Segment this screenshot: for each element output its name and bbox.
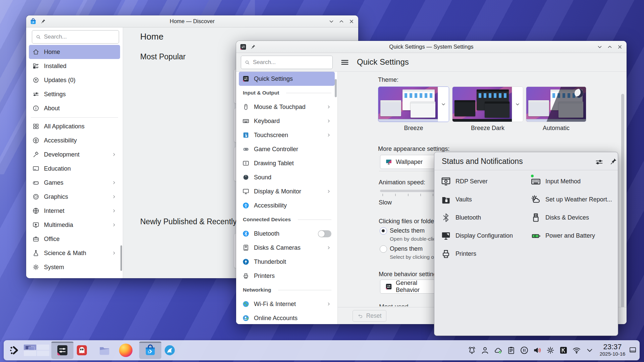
popup-item[interactable]: Vaults	[440, 190, 524, 208]
pause-icon[interactable]	[520, 346, 529, 355]
desktop-1[interactable]	[24, 345, 36, 350]
task-firefox[interactable]	[119, 344, 132, 357]
app-launcher-button[interactable]	[8, 344, 20, 356]
breeze-dark-thumbnail[interactable]	[452, 87, 512, 122]
sidebar-item[interactable]: Printers	[239, 269, 335, 283]
chev-down-icon[interactable]	[585, 346, 594, 355]
task-system-settings[interactable]	[51, 342, 73, 359]
discover-titlebar[interactable]: Home — Discover	[26, 15, 358, 27]
sidebar-item[interactable]: Accessibility	[239, 198, 335, 213]
brightness-icon[interactable]	[546, 346, 555, 355]
show-desktop-button[interactable]	[628, 346, 637, 355]
sidebar-item[interactable]: Internet	[29, 204, 120, 218]
system-settings-titlebar[interactable]: Quick Settings — System Settings	[236, 41, 627, 53]
sidebar-item[interactable]: Science & Math	[29, 246, 120, 260]
reset-button[interactable]: Reset	[353, 310, 386, 322]
opens-them-label[interactable]: Opens them	[390, 245, 423, 252]
sidebar-item[interactable]: System	[29, 260, 120, 274]
bluetooth-toggle[interactable]	[318, 230, 331, 237]
sidebar-item[interactable]: Mouse & Touchpad	[239, 100, 335, 114]
sidebar-item[interactable]: Office	[29, 232, 120, 246]
minimize-button[interactable]	[596, 44, 603, 50]
volume-icon[interactable]	[533, 346, 542, 355]
sidebar-item[interactable]: Thunderbolt	[239, 255, 335, 269]
configure-icon[interactable]	[595, 158, 604, 167]
sidebar-item[interactable]: Sound	[239, 170, 335, 184]
sidebar-item[interactable]: Updates (0)	[29, 73, 120, 87]
sidebar-item[interactable]: Settings	[29, 87, 120, 101]
sidebar-item[interactable]: Disks & Cameras	[239, 241, 335, 255]
popup-item[interactable]: Bluetooth	[440, 208, 524, 227]
sidebar-item[interactable]: Home	[29, 45, 120, 59]
sidebar-item[interactable]: Development	[29, 147, 120, 162]
breeze-dark-dropdown-button[interactable]	[512, 87, 523, 122]
cloud-icon[interactable]	[493, 346, 503, 355]
popup-item[interactable]: Power and Battery	[530, 227, 614, 245]
sidebar-item[interactable]: Online Accounts	[239, 311, 335, 324]
task-ghostwriter[interactable]	[75, 344, 89, 357]
kbox-icon[interactable]	[559, 346, 568, 355]
sidebar-item[interactable]: Connected Devices	[239, 213, 335, 227]
sidebar-item[interactable]: Networking	[239, 283, 335, 297]
sidebar-item[interactable]: Installed	[29, 59, 120, 73]
sidebar-item[interactable]: Multimedia	[29, 218, 120, 232]
close-button[interactable]	[616, 44, 623, 50]
task-discover[interactable]	[139, 342, 161, 359]
popup-item[interactable]: Input Method	[530, 172, 614, 190]
sidebar-item[interactable]: Input & Output	[239, 86, 335, 100]
sidebar-item[interactable]: Accessibility	[29, 133, 120, 147]
sidebar-item[interactable]: Games	[29, 176, 120, 190]
virtual-desktop-pager[interactable]	[24, 345, 49, 356]
opens-them-radio[interactable]	[380, 245, 387, 253]
breeze-dropdown-button[interactable]	[438, 87, 449, 122]
settings-search[interactable]	[241, 56, 333, 69]
desktop-4[interactable]	[37, 351, 49, 356]
sidebar-item[interactable]: Education	[29, 162, 120, 176]
sidebar-item[interactable]: Drawing Tablet	[239, 156, 335, 170]
hamburger-menu-icon[interactable]	[340, 58, 350, 67]
sidebar-item[interactable]: Keyboard	[239, 114, 335, 128]
sidebar-item[interactable]: All Applications	[29, 119, 120, 133]
pin-icon[interactable]	[250, 44, 256, 50]
bell-icon[interactable]	[467, 346, 477, 355]
sidebar-item[interactable]: About	[29, 101, 120, 115]
discover-search[interactable]	[32, 30, 119, 44]
selects-them-label[interactable]: Selects them	[390, 227, 425, 234]
sidebar-item[interactable]	[31, 115, 118, 119]
user-icon[interactable]	[480, 346, 490, 355]
breeze-thumbnail[interactable]	[378, 87, 438, 122]
sidebar-item[interactable]: Wi-Fi & Internet	[239, 297, 335, 311]
automatic-thumbnail[interactable]	[526, 87, 586, 122]
clipboard-icon[interactable]	[506, 346, 516, 355]
minimize-button[interactable]	[328, 18, 335, 25]
pin-icon[interactable]	[609, 157, 618, 166]
popup-item[interactable]: Disks & Devices	[530, 208, 614, 227]
selects-them-radio[interactable]	[380, 227, 387, 235]
popup-item[interactable]: Set up Weather Report...	[530, 190, 614, 208]
sidebar-item[interactable]: Display & Monitor	[239, 184, 335, 198]
desktop-2[interactable]	[37, 345, 49, 350]
popup-item[interactable]: RDP Server	[440, 172, 524, 190]
popup-item[interactable]: Printers	[440, 245, 524, 263]
sidebar-item[interactable]: Touchscreen	[239, 128, 335, 142]
theme-automatic[interactable]	[526, 86, 586, 122]
pin-icon[interactable]	[40, 18, 46, 24]
popup-item[interactable]: Display Configuration	[440, 227, 524, 245]
wifi-icon[interactable]	[572, 346, 581, 355]
sidebar-item[interactable]: Quick Settings	[239, 72, 335, 86]
maximize-button[interactable]	[338, 18, 345, 25]
content-scrollbar[interactable]	[621, 94, 624, 323]
sidebar-item[interactable]: Graphics	[29, 190, 120, 204]
desktop-3[interactable]	[24, 351, 36, 356]
search-input[interactable]	[44, 34, 115, 40]
sidebar-scrollbar[interactable]	[335, 79, 337, 97]
task-dolphin[interactable]	[98, 344, 111, 357]
theme-breeze[interactable]	[378, 86, 449, 122]
clock[interactable]: 23:37 2025-10-16	[594, 343, 631, 357]
search-input[interactable]	[253, 59, 329, 66]
maximize-button[interactable]	[606, 44, 613, 50]
theme-breeze-dark[interactable]	[452, 86, 523, 122]
close-button[interactable]	[348, 18, 355, 25]
task-konqueror[interactable]	[163, 344, 176, 357]
sidebar-item[interactable]: Game Controller	[239, 142, 335, 156]
